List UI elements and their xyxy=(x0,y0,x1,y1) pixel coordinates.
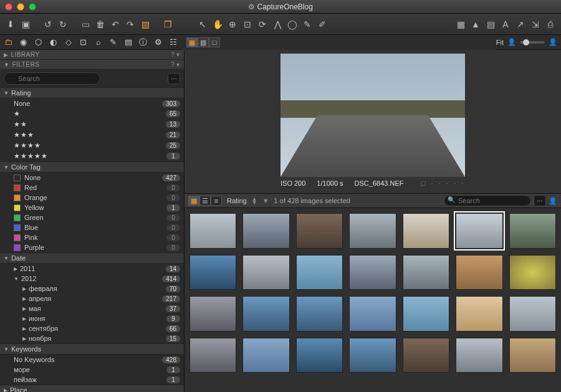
rotate-right-icon[interactable]: ↻ xyxy=(56,17,70,31)
help-icon[interactable]: ? ▾ xyxy=(171,61,180,68)
spot-icon[interactable]: ◯ xyxy=(285,17,299,31)
thumbnail[interactable] xyxy=(403,213,449,249)
thumbnail[interactable] xyxy=(403,255,449,290)
date-row[interactable]: ▶ноября15 xyxy=(0,333,184,343)
thumbnail[interactable] xyxy=(456,213,502,249)
keystone-icon[interactable]: ⋀ xyxy=(271,17,284,31)
colortag-row[interactable]: Red0 xyxy=(0,183,184,193)
thumbnail[interactable] xyxy=(189,338,236,373)
library-tab-icon[interactable]: 🗀 xyxy=(4,37,13,47)
exposure-tab-icon[interactable]: ◐ xyxy=(49,37,58,47)
browser-view-grid[interactable]: ▦ xyxy=(188,196,199,206)
thumbnail[interactable] xyxy=(456,296,502,332)
rotate-left-icon[interactable]: ↺ xyxy=(41,17,55,31)
batch-tab-icon[interactable]: ☷ xyxy=(168,37,178,47)
thumbnail[interactable] xyxy=(296,338,343,373)
details-tab-icon[interactable]: ⌕ xyxy=(94,37,103,47)
date-row[interactable]: ▶июня9 xyxy=(0,313,184,323)
annotate-icon[interactable]: A xyxy=(499,17,512,31)
crop-tab-icon[interactable]: ⊡ xyxy=(79,37,88,47)
colortag-row[interactable]: Purple0 xyxy=(0,242,184,252)
date-row[interactable]: ▶февраля70 xyxy=(0,284,184,294)
thumbnail[interactable] xyxy=(349,213,396,249)
rating-row[interactable]: ★★13 xyxy=(0,119,184,130)
process-icon[interactable]: ▧ xyxy=(138,17,152,31)
thumbnail[interactable] xyxy=(296,213,343,249)
date-row[interactable]: ▼2012414 xyxy=(0,274,184,284)
thumbnail[interactable] xyxy=(403,296,449,332)
variants-icon[interactable]: ❐ xyxy=(161,17,175,31)
rotate-tool-icon[interactable]: ⟳ xyxy=(256,17,269,31)
keyword-row[interactable]: No Keywords428 xyxy=(0,355,184,365)
thumbnail[interactable] xyxy=(509,213,556,249)
grid-icon[interactable]: ▦ xyxy=(454,17,467,31)
lens-tab-icon[interactable]: ◇ xyxy=(64,37,73,47)
sort-desc-icon[interactable]: ▼ xyxy=(262,197,269,204)
thumbnail[interactable] xyxy=(296,296,343,332)
rating-row[interactable]: ★★★21 xyxy=(0,130,184,140)
thumbnail[interactable] xyxy=(189,296,236,332)
sort-direction-icon[interactable]: ▲▼ xyxy=(252,197,257,204)
sort-label[interactable]: Rating xyxy=(227,197,247,204)
avatar-icon[interactable]: 👤 xyxy=(549,38,557,46)
capture-tab-icon[interactable]: ◉ xyxy=(19,37,28,47)
colortag-row[interactable]: Blue0 xyxy=(0,222,184,232)
color-tab-icon[interactable]: ⬡ xyxy=(34,37,43,47)
help-icon[interactable]: ? ▾ xyxy=(171,51,180,58)
colortag-row[interactable]: None427 xyxy=(0,173,184,183)
fit-button[interactable]: Fit xyxy=(496,39,504,46)
thumbnail[interactable] xyxy=(456,255,502,290)
rating-row[interactable]: ★★★★25 xyxy=(0,140,184,151)
crop-icon[interactable]: ⊡ xyxy=(241,17,254,31)
thumbnail[interactable] xyxy=(509,255,556,290)
thumbnail[interactable] xyxy=(456,338,502,373)
browser-view-film[interactable]: ≡ xyxy=(211,196,222,206)
thumbnail[interactable] xyxy=(242,255,289,290)
thumbnail[interactable] xyxy=(296,255,343,290)
place-section-header[interactable]: ▶ Place xyxy=(0,385,184,392)
warning-icon[interactable]: ▲ xyxy=(469,17,482,31)
view-split-icon[interactable]: ▥ xyxy=(198,37,209,47)
trash-icon[interactable]: 🗑 xyxy=(94,17,107,31)
colortag-row[interactable]: Pink0 xyxy=(0,232,184,242)
browser-view-list[interactable]: ☰ xyxy=(199,196,211,206)
view-grid-icon[interactable]: ▦ xyxy=(186,37,198,47)
date-row[interactable]: ▶сентября66 xyxy=(0,323,184,333)
library-panel-header[interactable]: ▶ LIBRARY ? ▾ xyxy=(0,50,184,60)
colortag-row[interactable]: Green0 xyxy=(0,213,184,222)
local-tab-icon[interactable]: ✎ xyxy=(108,37,118,47)
thumbnail[interactable] xyxy=(509,338,556,373)
cursor-icon[interactable]: ↖ xyxy=(196,17,209,31)
meta-tab-icon[interactable]: ⓘ xyxy=(138,37,148,47)
rating-row[interactable]: ★65 xyxy=(0,108,184,119)
rating-section-header[interactable]: ▼ Rating xyxy=(0,87,184,98)
thumbnail[interactable] xyxy=(349,296,396,332)
thumbnail[interactable] xyxy=(242,213,289,249)
eyedropper-icon[interactable]: ✐ xyxy=(315,17,329,31)
thumbnail[interactable] xyxy=(403,338,449,373)
pan-icon[interactable]: ✋ xyxy=(211,17,224,31)
whitebalance-icon[interactable]: ✎ xyxy=(300,17,314,31)
thumbnail[interactable] xyxy=(242,296,289,332)
main-photo[interactable] xyxy=(280,54,465,177)
colortag-row[interactable]: Orange0 xyxy=(0,193,184,203)
zoom-slider[interactable] xyxy=(520,41,545,44)
clone-icon[interactable]: ⇲ xyxy=(529,17,542,31)
keyword-row[interactable]: пейзаж1 xyxy=(0,375,184,385)
adjust-tab-icon[interactable]: ▤ xyxy=(123,37,133,47)
thumbnail[interactable] xyxy=(509,296,556,332)
reset-icon[interactable]: ▭ xyxy=(79,17,92,31)
output-tab-icon[interactable]: ⚙ xyxy=(153,37,163,47)
keywords-section-header[interactable]: ▼ Keywords xyxy=(0,343,184,355)
view-single-icon[interactable]: □ xyxy=(209,37,220,47)
grids-icon[interactable]: ▤ xyxy=(484,17,497,31)
browser-search-input[interactable] xyxy=(444,195,531,206)
thumbnail[interactable] xyxy=(349,338,396,373)
undo-icon[interactable]: ↶ xyxy=(108,17,122,31)
sidebar-search-input[interactable] xyxy=(4,72,100,85)
date-section-header[interactable]: ▼ Date xyxy=(0,252,184,264)
rating-row[interactable]: None303 xyxy=(0,98,184,108)
edit-icon[interactable]: ↗ xyxy=(514,17,527,31)
thumbnail[interactable] xyxy=(349,255,396,290)
thumbnail[interactable] xyxy=(242,338,289,373)
